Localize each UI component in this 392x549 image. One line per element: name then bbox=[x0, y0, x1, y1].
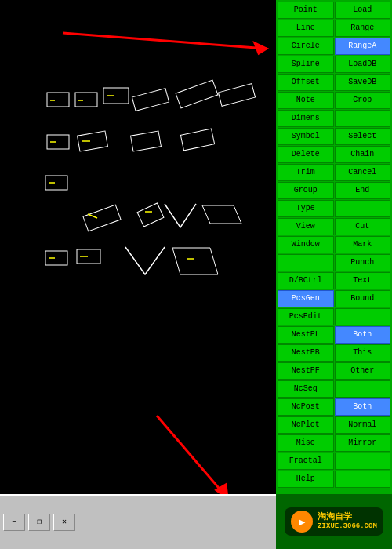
svg-line-18 bbox=[88, 214, 97, 218]
toolbar-row-6: Note Crop bbox=[278, 92, 390, 109]
watermark-area: ▶ 淘淘自学 ZIXUE.3066.COM bbox=[276, 494, 392, 549]
type-button[interactable]: Type bbox=[278, 200, 334, 217]
both-1-button[interactable]: Both bbox=[335, 326, 391, 344]
empty-12 bbox=[335, 200, 391, 217]
minimize-button[interactable]: − bbox=[3, 514, 25, 531]
svg-marker-29 bbox=[255, 43, 267, 53]
toolbar-row-8: Symbol Select bbox=[278, 128, 390, 145]
spline-button[interactable]: Spline bbox=[278, 56, 334, 73]
this-button[interactable]: This bbox=[335, 344, 391, 362]
toolbar-row-17: PcsGen Bound bbox=[278, 290, 390, 307]
svg-rect-8 bbox=[218, 84, 255, 107]
dbctrl-button[interactable]: D/BCtrl bbox=[278, 272, 334, 289]
bound-button[interactable]: Bound bbox=[335, 290, 391, 307]
nestpl-button[interactable]: NestPL bbox=[278, 326, 334, 344]
empty-22 bbox=[335, 380, 391, 398]
view-button[interactable]: View bbox=[278, 218, 334, 235]
rangea-button[interactable]: RangeA bbox=[335, 38, 391, 55]
note-button[interactable]: Note bbox=[278, 92, 334, 109]
fractal-button[interactable]: Fractal bbox=[278, 453, 334, 470]
watermark-logo: ▶ 淘淘自学 ZIXUE.3066.COM bbox=[285, 507, 383, 536]
point-button[interactable]: Point bbox=[278, 2, 334, 19]
symbol-button[interactable]: Symbol bbox=[278, 128, 334, 145]
taskbar: − ❐ ✕ bbox=[0, 494, 278, 549]
ncplot-button[interactable]: NcPlot bbox=[278, 416, 334, 434]
mirror-button[interactable]: Mirror bbox=[335, 434, 391, 452]
nestpb-button[interactable]: NestPB bbox=[278, 344, 334, 362]
misc-button[interactable]: Misc bbox=[278, 434, 334, 452]
toolbar-row-24: NcPlot Normal bbox=[278, 416, 390, 434]
toolbar-row-13: View Cut bbox=[278, 218, 390, 235]
toolbar-row-4: Spline LoadDB bbox=[278, 56, 390, 73]
svg-line-28 bbox=[63, 33, 267, 49]
normal-button[interactable]: Normal bbox=[335, 416, 391, 434]
toolbar-row-14: Window Mark bbox=[278, 236, 390, 253]
toolbar-row-21: NestPF Other bbox=[278, 362, 390, 380]
load-button[interactable]: Load bbox=[335, 2, 391, 19]
toolbar-row-25: Misc Mirror bbox=[278, 434, 390, 452]
toolbar-row-3: Circle RangeA bbox=[278, 38, 390, 55]
circle-button[interactable]: Circle bbox=[278, 38, 334, 55]
watermark-text: 淘淘自学 ZIXUE.3066.COM bbox=[318, 511, 377, 532]
svg-marker-26 bbox=[172, 248, 218, 274]
loaddb-button[interactable]: LoadDB bbox=[335, 56, 391, 73]
pcsgen-button[interactable]: PcsGen bbox=[278, 290, 334, 307]
svg-rect-6 bbox=[132, 89, 169, 111]
line-button[interactable]: Line bbox=[278, 20, 334, 37]
svg-rect-17 bbox=[83, 205, 121, 231]
savedb-button[interactable]: SaveDB bbox=[335, 74, 391, 91]
cancel-button[interactable]: Cancel bbox=[335, 164, 391, 181]
right-toolbar: Point Load Line Range Circle RangeA Spli… bbox=[276, 0, 392, 494]
toolbar-row-2: Line Range bbox=[278, 20, 390, 37]
cut-button[interactable]: Cut bbox=[335, 218, 391, 235]
svg-rect-14 bbox=[180, 129, 214, 151]
text-button[interactable]: Text bbox=[335, 272, 391, 289]
window-button[interactable]: Window bbox=[278, 236, 334, 253]
toolbar-row-7: Dimens bbox=[278, 110, 390, 127]
toolbar-row-27: Help bbox=[278, 471, 390, 488]
ncpost-button[interactable]: NcPost bbox=[278, 398, 334, 416]
canvas-svg bbox=[0, 0, 278, 494]
toolbar-row-18: PcsEdit bbox=[278, 308, 390, 325]
play-icon: ▶ bbox=[291, 511, 313, 533]
close-button[interactable]: ✕ bbox=[53, 514, 75, 531]
toolbar-row-12: Type bbox=[278, 200, 390, 217]
toolbar-row-19: NestPL Both bbox=[278, 326, 390, 344]
dimens-button[interactable]: Dimens bbox=[278, 110, 334, 127]
toolbar-row-23: NcPost Both bbox=[278, 398, 390, 416]
pcsedit-button[interactable]: PcsEdit bbox=[278, 308, 334, 325]
toolbar-row-20: NestPB This bbox=[278, 344, 390, 362]
toolbar-row-22: NcSeq bbox=[278, 380, 390, 398]
empty-15 bbox=[278, 254, 334, 271]
help-button[interactable]: Help bbox=[278, 471, 334, 488]
offset-button[interactable]: Offset bbox=[278, 74, 334, 91]
empty-7 bbox=[335, 110, 391, 127]
empty-26 bbox=[335, 453, 391, 470]
other-button[interactable]: Other bbox=[335, 362, 391, 380]
mark-button[interactable]: Mark bbox=[335, 236, 391, 253]
svg-rect-2 bbox=[75, 93, 97, 107]
toolbar-row-9: Delete Chain bbox=[278, 146, 390, 163]
crop-button[interactable]: Crop bbox=[335, 92, 391, 109]
both-2-button[interactable]: Both bbox=[335, 398, 391, 416]
toolbar-row-10: Trim Cancel bbox=[278, 164, 390, 181]
toolbar-row-5: Offset SaveDB bbox=[278, 74, 390, 91]
svg-marker-21 bbox=[202, 205, 241, 224]
group-button[interactable]: Group bbox=[278, 182, 334, 199]
range-button[interactable]: Range bbox=[335, 20, 391, 37]
end-button[interactable]: End bbox=[335, 182, 391, 199]
restore-button[interactable]: ❐ bbox=[28, 514, 50, 531]
delete-button[interactable]: Delete bbox=[278, 146, 334, 163]
svg-line-30 bbox=[157, 416, 227, 494]
empty-18 bbox=[335, 308, 391, 325]
svg-rect-0 bbox=[47, 93, 69, 107]
canvas-area bbox=[0, 0, 278, 494]
chain-button[interactable]: Chain bbox=[335, 146, 391, 163]
svg-rect-19 bbox=[137, 203, 164, 227]
punch-button[interactable]: Punch bbox=[335, 254, 391, 271]
ncseq-button[interactable]: NcSeq bbox=[278, 380, 334, 398]
toolbar-row-16: D/BCtrl Text bbox=[278, 272, 390, 289]
nestpf-button[interactable]: NestPF bbox=[278, 362, 334, 380]
select-button[interactable]: Select bbox=[335, 128, 391, 145]
trim-button[interactable]: Trim bbox=[278, 164, 334, 181]
